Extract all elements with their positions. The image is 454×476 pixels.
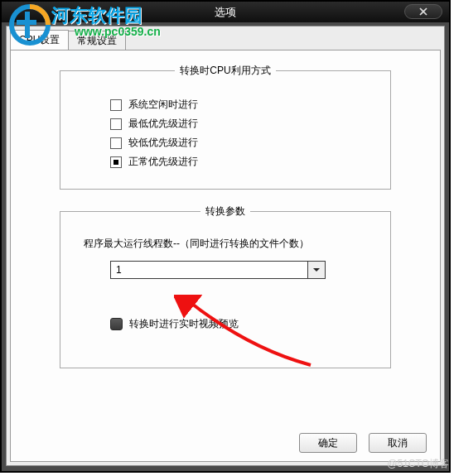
preview-option: 转换时进行实时视频预览 xyxy=(110,317,374,331)
option-lower: 较低优先级进行 xyxy=(110,136,374,150)
tab-panel-cpu: 转换时CPU利用方式 系统空闲时进行 最低优先级进行 较低优先级进行 xyxy=(10,50,441,462)
ok-label: 确定 xyxy=(318,436,338,450)
checkbox-normal[interactable] xyxy=(110,156,122,168)
checkbox-preview[interactable] xyxy=(110,318,123,330)
window-title: 选项 xyxy=(215,5,236,20)
checkbox-idle[interactable] xyxy=(110,99,122,111)
title-bar: 选项 xyxy=(2,2,449,22)
thread-count-combo[interactable]: 1 xyxy=(110,261,326,279)
cancel-button[interactable]: 取消 xyxy=(369,433,427,453)
label-lower: 较低优先级进行 xyxy=(128,136,198,150)
checkbox-lowest[interactable] xyxy=(110,118,122,130)
tab-general[interactable]: 常规设置 xyxy=(68,31,126,50)
tab-cpu-label: CPU设置 xyxy=(19,34,60,46)
label-lowest: 最低优先级进行 xyxy=(128,117,198,131)
page: CPU设置 常规设置 转换时CPU利用方式 系统空闲时进行 最低优先级进行 xyxy=(6,26,445,466)
option-normal: 正常优先级进行 xyxy=(110,155,374,169)
thread-description: 程序最大运行线程数--（同时进行转换的文件个数） xyxy=(84,237,374,251)
thread-count-value[interactable]: 1 xyxy=(110,261,307,279)
chevron-down-icon xyxy=(312,266,321,274)
checkbox-lower[interactable] xyxy=(110,137,122,149)
close-icon xyxy=(419,7,427,16)
client-area: CPU设置 常规设置 转换时CPU利用方式 系统空闲时进行 最低优先级进行 xyxy=(2,22,449,471)
tab-cpu[interactable]: CPU设置 xyxy=(10,30,69,50)
option-idle: 系统空闲时进行 xyxy=(110,98,374,112)
group-cpu-legend: 转换时CPU利用方式 xyxy=(175,64,275,78)
label-normal: 正常优先级进行 xyxy=(128,155,198,169)
group-convert-params: 转换参数 程序最大运行线程数--（同时进行转换的文件个数） 1 转换时进行实时视… xyxy=(60,204,391,368)
label-preview: 转换时进行实时视频预览 xyxy=(129,317,239,331)
thread-count-dropdown-button[interactable] xyxy=(307,261,326,279)
dialog-footer: 确定 取消 xyxy=(299,433,427,453)
option-lowest: 最低优先级进行 xyxy=(110,117,374,131)
group-cpu-usage: 转换时CPU利用方式 系统空闲时进行 最低优先级进行 较低优先级进行 xyxy=(60,64,391,190)
tab-general-label: 常规设置 xyxy=(77,35,117,46)
close-button[interactable] xyxy=(404,4,442,19)
tab-strip: CPU设置 常规设置 xyxy=(7,26,444,50)
label-idle: 系统空闲时进行 xyxy=(128,98,198,112)
ok-button[interactable]: 确定 xyxy=(299,433,357,453)
cancel-label: 取消 xyxy=(388,436,408,450)
group-params-legend: 转换参数 xyxy=(200,204,250,219)
